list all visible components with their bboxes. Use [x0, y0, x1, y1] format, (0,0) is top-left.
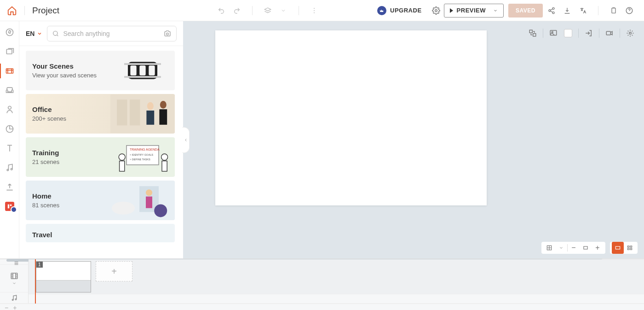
fit-icon[interactable] [580, 242, 592, 254]
svg-rect-56 [630, 246, 632, 247]
upgrade-button[interactable]: UPGRADE [390, 7, 422, 14]
divider [299, 6, 299, 15]
scene-clip[interactable]: 1 [36, 261, 91, 292]
add-track-button[interactable]: + [13, 304, 17, 310]
scenes-lib-icon[interactable] [5, 47, 14, 56]
layout-grid-button[interactable] [624, 242, 636, 254]
svg-point-4 [552, 7, 554, 9]
svg-point-13 [7, 169, 8, 170]
search-input[interactable] [63, 30, 160, 37]
svg-rect-19 [130, 65, 136, 75]
grid-icon[interactable] [543, 242, 555, 254]
picture-icon[interactable] [546, 28, 561, 39]
chart-icon[interactable] [5, 124, 14, 134]
chevron-left-icon [184, 138, 188, 142]
divider [24, 6, 25, 15]
home-icon[interactable] [7, 6, 17, 16]
music-icon[interactable] [5, 163, 14, 172]
audio-track[interactable] [29, 294, 644, 304]
film-icon [10, 272, 18, 280]
scene-icon[interactable] [5, 66, 14, 76]
language-label: EN [26, 30, 34, 37]
office-illustration [110, 94, 175, 134]
replace-icon[interactable] [525, 28, 540, 39]
svg-rect-28 [146, 111, 154, 125]
chevron-down-icon [12, 281, 17, 286]
divider [578, 29, 579, 38]
scene-category-travel[interactable]: Travel [26, 224, 175, 242]
audio-track-header[interactable] [0, 292, 28, 304]
svg-point-16 [53, 31, 58, 35]
gear-icon[interactable] [432, 6, 440, 15]
canvas[interactable] [215, 30, 487, 205]
card-subtitle: 21 scenes [32, 158, 59, 165]
redo-icon[interactable] [233, 6, 241, 15]
card-title: Training [32, 149, 59, 157]
scene-number: 1 [36, 262, 43, 268]
camera-icon[interactable] [163, 29, 172, 38]
badge-icon [11, 206, 17, 213]
language-selector[interactable]: EN [26, 30, 42, 37]
divider [543, 29, 543, 38]
layers-icon[interactable] [264, 6, 272, 15]
svg-point-36 [119, 154, 125, 160]
svg-point-29 [160, 101, 167, 109]
chevron-down-icon[interactable] [493, 8, 498, 13]
search-box[interactable] [47, 26, 177, 41]
playhead[interactable] [35, 259, 36, 304]
svg-point-45 [154, 204, 167, 217]
download-icon[interactable] [563, 6, 571, 15]
svg-rect-23 [124, 76, 161, 78]
text-icon[interactable] [5, 144, 14, 153]
character-icon[interactable] [5, 105, 14, 114]
camcorder-icon[interactable] [602, 28, 617, 39]
film-reel-icon [110, 51, 175, 90]
scene-category-your-scenes[interactable]: Your Scenes View your saved scenes [26, 51, 175, 90]
gear-icon[interactable] [623, 28, 638, 39]
svg-point-27 [147, 102, 154, 110]
svg-point-17 [167, 33, 169, 35]
svg-rect-47 [533, 34, 536, 36]
svg-rect-54 [615, 246, 620, 249]
scene-category-home[interactable]: Home 81 scenes [26, 181, 175, 220]
svg-rect-21 [149, 65, 155, 75]
scene-clip-audio [36, 280, 91, 292]
project-title[interactable]: Project [32, 6, 59, 16]
svg-point-14 [11, 169, 12, 170]
preview-button[interactable]: PREVIEW [444, 4, 504, 18]
collapse-panel-button[interactable] [182, 127, 190, 153]
remove-track-button[interactable]: − [5, 304, 8, 310]
undo-icon[interactable] [217, 6, 225, 15]
chevron-down-icon[interactable] [279, 6, 288, 15]
svg-point-5 [549, 10, 551, 12]
left-rail [0, 21, 19, 258]
help-icon[interactable] [625, 6, 633, 15]
background-color-swatch[interactable] [561, 28, 575, 39]
svg-point-12 [8, 106, 11, 110]
more-vertical-icon[interactable] [310, 6, 318, 15]
chevron-down-icon[interactable] [555, 242, 567, 254]
exit-icon[interactable] [581, 28, 596, 39]
layout-single-button[interactable] [612, 242, 624, 254]
translate-icon[interactable] [579, 6, 587, 15]
zoom-in-button[interactable]: + [592, 242, 604, 254]
upload-icon[interactable] [5, 182, 14, 192]
furniture-icon[interactable] [5, 86, 14, 95]
clipboard-icon[interactable] [610, 6, 618, 15]
saved-label: SAVED [516, 7, 535, 14]
divider [620, 29, 620, 38]
add-scene-button[interactable]: + [96, 261, 132, 281]
svg-text:> IDENTIFY GOALS: > IDENTIFY GOALS [130, 153, 153, 156]
compass-icon[interactable] [5, 28, 14, 37]
zoom-out-button[interactable]: − [568, 242, 580, 254]
card-title: Your Scenes [32, 62, 97, 70]
share-icon[interactable] [547, 6, 556, 15]
scene-track-header[interactable] [0, 265, 28, 292]
scene-track[interactable]: 1 + [29, 259, 644, 294]
scene-category-office[interactable]: Office 200+ scenes [26, 94, 175, 134]
app-icon[interactable] [5, 202, 14, 211]
svg-point-0 [314, 8, 315, 9]
svg-rect-58 [630, 248, 632, 250]
svg-point-43 [146, 189, 152, 196]
scene-category-training[interactable]: Training 21 scenes TRAINING AGENDA> IDEN… [26, 137, 175, 177]
